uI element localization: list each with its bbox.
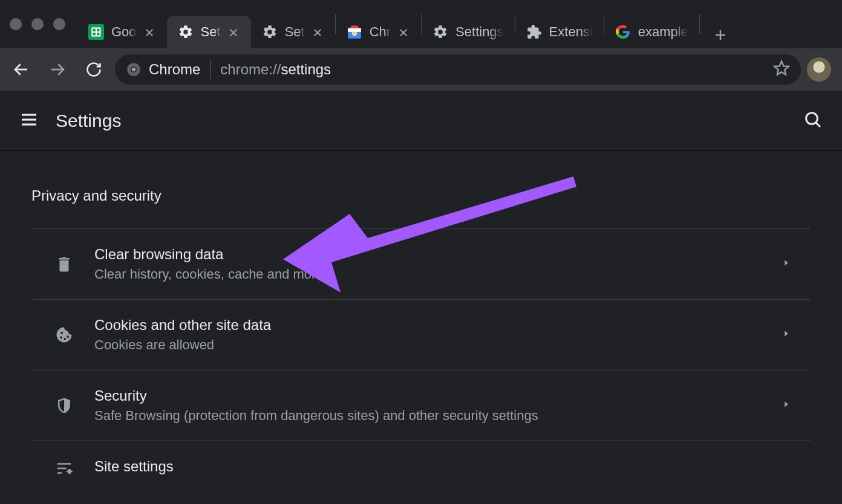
- chrome-chip: Chrome: [126, 61, 200, 78]
- row-subtitle: Safe Browsing (protection from dangerous…: [94, 408, 762, 424]
- gear-icon: [178, 24, 194, 40]
- gear-icon: [262, 24, 278, 40]
- forward-button[interactable]: [42, 54, 73, 85]
- tab-settings-active[interactable]: Set: [167, 16, 251, 48]
- section-title: Privacy and security: [31, 187, 811, 204]
- tabs: Goo Set Set: [77, 0, 842, 48]
- tab-label: example: [638, 24, 688, 40]
- row-texts: Security Safe Browsing (protection from …: [94, 387, 762, 424]
- svg-point-27: [806, 112, 818, 124]
- address-bar[interactable]: Chrome chrome://settings: [115, 54, 801, 85]
- shield-icon: [53, 396, 75, 415]
- webstore-icon: [347, 24, 362, 40]
- row-title: Cookies and other site data: [94, 317, 762, 334]
- chevron-right-icon: [782, 399, 791, 412]
- tab-settings-2[interactable]: Set: [251, 16, 335, 48]
- row-texts: Cookies and other site data Cookies are …: [94, 317, 762, 353]
- omnibox-divider: [210, 60, 211, 79]
- window-controls: [0, 18, 77, 30]
- search-icon[interactable]: [803, 110, 823, 132]
- cookie-icon: [53, 326, 75, 344]
- menu-icon[interactable]: [19, 110, 39, 132]
- tab-separator: [699, 14, 700, 34]
- google-icon: [615, 24, 631, 40]
- tab-sheets[interactable]: Goo: [77, 16, 167, 48]
- settings-list: Clear browsing data Clear history, cooki…: [31, 228, 811, 485]
- sliders-icon: [53, 459, 75, 477]
- browser-toolbar: Chrome chrome://settings: [0, 48, 842, 91]
- row-subtitle: Cookies are allowed: [94, 337, 762, 353]
- row-title: Clear browsing data: [94, 246, 762, 263]
- window-close-dot[interactable]: [10, 18, 22, 30]
- gear-icon: [432, 24, 448, 40]
- row-texts: Site settings: [94, 458, 791, 479]
- url-text: chrome://settings: [220, 61, 331, 78]
- tab-label: Extensi: [549, 24, 593, 40]
- svg-line-28: [816, 122, 820, 126]
- tab-label: Goo: [111, 24, 137, 40]
- row-title: Security: [94, 387, 762, 404]
- tab-label: Settings: [455, 24, 504, 40]
- tab-label: Chr: [370, 24, 391, 40]
- row-security[interactable]: Security Safe Browsing (protection from …: [31, 370, 811, 441]
- tab-settings-3[interactable]: Settings: [422, 16, 515, 48]
- close-icon[interactable]: [312, 26, 324, 38]
- row-texts: Clear browsing data Clear history, cooki…: [94, 246, 762, 282]
- chevron-right-icon: [782, 258, 791, 270]
- row-cookies[interactable]: Cookies and other site data Cookies are …: [31, 299, 811, 370]
- window-tab-strip: Goo Set Set: [0, 0, 842, 48]
- close-icon[interactable]: [144, 26, 156, 38]
- trash-icon: [53, 255, 75, 273]
- chevron-right-icon: [782, 329, 791, 341]
- row-subtitle: Clear history, cookies, cache and more: [94, 267, 762, 282]
- sheets-icon: [88, 24, 104, 40]
- tab-label: Set: [285, 24, 305, 40]
- svg-point-13: [353, 32, 355, 34]
- svg-point-22: [132, 68, 136, 72]
- row-site-settings[interactable]: Site settings: [31, 441, 811, 485]
- tab-label: Set: [201, 24, 221, 40]
- settings-content: Privacy and security Clear browsing data…: [0, 151, 842, 485]
- close-icon[interactable]: [228, 26, 240, 38]
- page-title: Settings: [56, 111, 121, 131]
- tab-google[interactable]: example: [604, 16, 699, 48]
- puzzle-icon: [526, 24, 542, 40]
- row-title: Site settings: [94, 458, 791, 475]
- reload-button[interactable]: [79, 54, 109, 85]
- profile-avatar[interactable]: [807, 57, 831, 82]
- tab-extensions[interactable]: Extensi: [515, 16, 604, 48]
- window-minimize-dot[interactable]: [31, 18, 44, 30]
- chrome-chip-label: Chrome: [149, 61, 200, 78]
- tab-webstore[interactable]: Chr: [336, 16, 421, 48]
- settings-header: Settings: [0, 91, 842, 151]
- new-tab-button[interactable]: [707, 22, 734, 48]
- close-icon[interactable]: [398, 26, 410, 38]
- bookmark-star-icon[interactable]: [773, 60, 790, 79]
- window-zoom-dot[interactable]: [53, 18, 65, 30]
- row-clear-browsing-data[interactable]: Clear browsing data Clear history, cooki…: [31, 228, 811, 299]
- svg-marker-23: [774, 61, 788, 74]
- chrome-icon: [126, 62, 142, 77]
- back-button[interactable]: [6, 54, 36, 85]
